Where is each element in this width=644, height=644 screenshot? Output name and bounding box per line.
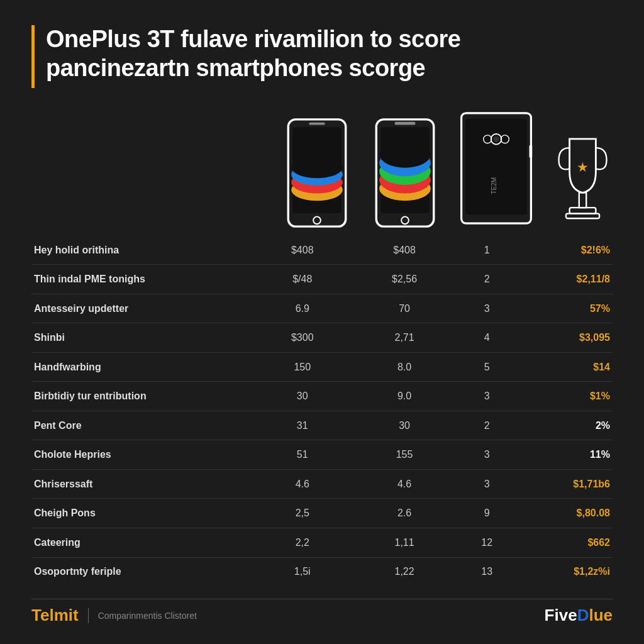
row-label: Hey holid orithina [31,236,252,265]
table-row: Pent Core313022% [31,411,613,440]
five-text: Five [545,606,577,625]
row-val2: $408 [353,236,455,265]
row-val3: 3 [455,382,518,411]
svg-rect-24 [530,145,533,158]
footer-subtitle: Comparinmentis Clistoret [98,611,197,621]
row-label: Antesseiry updetter [31,294,252,323]
row-val2: 70 [353,294,455,323]
row-val1: 30 [252,382,353,411]
row-val4: $14 [518,352,613,382]
brand-telmit: Telmit [31,606,79,625]
row-val4: $1,71b6 [518,469,613,499]
table-row: Antesseiry updetter6.970357% [31,294,613,323]
brand-normal: Telm [31,606,69,625]
row-val3: 9 [455,499,518,528]
row-val3: 13 [455,557,518,586]
row-val2: 2,71 [353,323,455,353]
table-row: Shinbi$3002,714$3,095 [31,323,613,353]
row-val2: 1,11 [353,528,455,558]
main-title: OnePlus 3T fulave rivamilion to score pa… [46,25,460,82]
row-val4: $1,2z%i [518,557,613,586]
svg-rect-7 [309,123,325,125]
row-val3: 3 [455,469,518,499]
row-val4: 57% [518,294,613,323]
phone2-container [370,116,440,230]
table-row: Cholote Hepries51155311% [31,440,613,470]
svg-text:★: ★ [577,160,589,174]
row-val3: 4 [455,323,518,353]
data-table: Hey holid orithina$408$4081$2!6%Thin ind… [31,236,613,586]
footer-left: Telmit Comparinmentis Clistoret [31,606,197,625]
svg-rect-27 [566,214,599,219]
header: OnePlus 3T fulave rivamilion to score pa… [31,25,613,88]
phone3-icon: TE2M [458,107,534,230]
phone1-container [282,116,352,230]
title-line1: OnePlus 3T fulave rivamilion to score [46,26,460,52]
row-val1: 2,5 [252,499,353,528]
row-val3: 5 [455,352,518,382]
row-val2: 1,22 [353,557,455,586]
row-val2: 4.6 [353,469,455,499]
row-label: Chriserssaft [31,469,252,499]
svg-rect-26 [570,208,596,214]
row-val4: $,80.08 [518,499,613,528]
row-val1: 2,2 [252,528,353,558]
footer: Telmit Comparinmentis Clistoret FiveDlue [31,599,613,625]
title-line2: pancinezartn smartphones scorge [46,55,425,81]
row-val2: 9.0 [353,382,455,411]
svg-point-14 [379,141,431,168]
phones-row: TE2M ★ [31,107,613,230]
row-val3: 12 [455,528,518,558]
svg-rect-25 [579,192,586,208]
row-val3: 2 [455,265,518,294]
row-label: Osoportnty feriple [31,557,252,586]
row-val4: 2% [518,411,613,440]
svg-point-20 [493,136,499,142]
table-row: Thin indal PME tonighs$/48$2,562$2,11/8 [31,265,613,294]
footer-right-brand: FiveDlue [545,606,613,625]
table-row: Chriserssaft4.64.63$1,71b6 [31,469,613,499]
row-val2: 2.6 [353,499,455,528]
lue-text: lue [589,606,613,625]
table-row: Cateering2,21,1112$662 [31,528,613,558]
row-val1: $300 [252,323,353,353]
main-container: OnePlus 3T fulave rivamilion to score pa… [0,0,644,644]
table-row: Handfwarbing1508.05$14 [31,352,613,382]
row-val2: 8.0 [353,352,455,382]
svg-rect-18 [465,119,527,214]
row-label: Thin indal PME tonighs [31,265,252,294]
d-text: D [577,606,589,625]
row-val1: $408 [252,236,353,265]
row-val2: 30 [353,411,455,440]
trophy-container: ★ [553,129,613,230]
svg-text:TE2M: TE2M [491,177,497,194]
row-val4: $3,095 [518,323,613,353]
phone3-container: TE2M [458,107,534,230]
row-val4: $2!6% [518,236,613,265]
trophy-icon: ★ [553,129,613,230]
row-val3: 2 [455,411,518,440]
footer-divider [88,608,89,623]
table-row: Hey holid orithina$408$4081$2!6% [31,236,613,265]
row-label: Shinbi [31,323,252,353]
row-label: Birbtidiy tur entribution [31,382,252,411]
brand-accent: it [69,606,79,625]
row-val1: $/48 [252,265,353,294]
row-label: Cateering [31,528,252,558]
svg-point-15 [401,217,409,225]
row-val2: $2,56 [353,265,455,294]
row-val4: $662 [518,528,613,558]
phone2-icon [370,116,440,230]
table-row: Cheigh Pons2,52.69$,80.08 [31,499,613,528]
row-val1: 6.9 [252,294,353,323]
row-val4: 11% [518,440,613,470]
row-val1: 31 [252,411,353,440]
row-label: Handfwarbing [31,352,252,382]
svg-point-5 [291,156,343,178]
row-val1: 4.6 [252,469,353,499]
row-label: Cholote Hepries [31,440,252,470]
row-val1: 51 [252,440,353,470]
table-row: Birbtidiy tur entribution309.03$1% [31,382,613,411]
row-label: Cheigh Pons [31,499,252,528]
row-val3: 1 [455,236,518,265]
